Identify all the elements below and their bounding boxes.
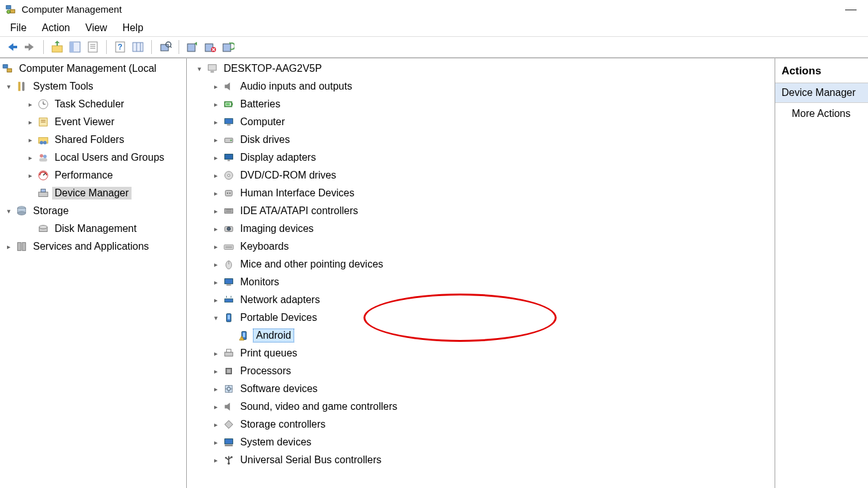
device-category[interactable]: ▸Storage controllers (187, 416, 775, 433)
toolbar-separator (106, 40, 107, 54)
twisty-right-icon[interactable]: ▸ (210, 100, 222, 109)
device-category[interactable]: ▸Processors (187, 362, 775, 380)
actions-pane: Actions Device Manager More Actions (775, 58, 868, 488)
device-category[interactable]: ▸Human Interface Devices (187, 184, 775, 202)
twisty-down-icon[interactable]: ▾ (3, 207, 15, 215)
system-tools-icon (15, 80, 28, 93)
twisty-right-icon[interactable]: ▸ (210, 367, 222, 376)
twisty-right-icon[interactable]: ▸ (210, 243, 222, 251)
twisty-right-icon[interactable]: ▸ (24, 118, 37, 126)
device-category[interactable]: ▸Monitors (187, 273, 775, 291)
twisty-right-icon[interactable]: ▸ (210, 261, 222, 269)
back-button[interactable] (4, 39, 20, 55)
twisty-down-icon[interactable]: ▾ (210, 314, 222, 322)
tree-task-scheduler[interactable]: ▸ Task Scheduler (0, 95, 186, 113)
menu-action[interactable]: Action (36, 21, 76, 35)
tree-event-viewer[interactable]: ▸ Event Viewer (0, 113, 186, 131)
twisty-right-icon[interactable]: ▸ (210, 421, 222, 429)
device-tree[interactable]: ▾ DESKTOP-AAG2V5P ▸Audio inputs and outp… (187, 58, 775, 488)
update-driver-button[interactable] (184, 39, 201, 55)
twisty-right-icon[interactable]: ▸ (210, 456, 222, 464)
console-tree[interactable]: Computer Management (Local ▾ System Tool… (0, 58, 187, 488)
device-category[interactable]: ▸Batteries (187, 95, 775, 113)
forward-button[interactable] (22, 39, 38, 55)
menu-file[interactable]: File (4, 21, 33, 35)
twisty-right-icon[interactable]: ▸ (210, 438, 222, 447)
tree-device-manager[interactable]: Device Manager (0, 184, 186, 202)
device-category[interactable]: ▾Portable Devices (187, 309, 775, 327)
twisty-right-icon[interactable]: ▸ (210, 189, 222, 198)
tree-performance[interactable]: ▸ Performance (0, 166, 186, 184)
device-category[interactable]: ▸Computer (187, 113, 775, 131)
tree-system-tools[interactable]: ▾ System Tools (0, 78, 186, 95)
twisty-right-icon[interactable]: ▸ (3, 243, 15, 251)
tree-label: Event Viewer (52, 116, 117, 128)
twisty-right-icon[interactable]: ▸ (24, 136, 37, 144)
device-category[interactable]: ▸Keyboards (187, 238, 775, 255)
device-category[interactable]: ▸Audio inputs and outputs (187, 78, 775, 95)
tree-services-apps[interactable]: ▸ Services and Applications (0, 238, 186, 255)
twisty-right-icon[interactable]: ▸ (210, 225, 222, 233)
svg-rect-74 (224, 245, 233, 249)
view-columns-button[interactable] (130, 39, 146, 55)
device-category[interactable]: ▸Disk drives (187, 131, 775, 149)
tree-local-users[interactable]: ▸ Local Users and Groups (0, 149, 186, 166)
tree-label: Task Scheduler (52, 98, 126, 111)
tree-shared-folders[interactable]: ▸ Shared Folders (0, 131, 186, 149)
device-category[interactable]: ▸Software devices (187, 380, 775, 398)
device-category[interactable]: ▸Display adapters (187, 149, 775, 166)
twisty-right-icon[interactable]: ▸ (210, 83, 222, 91)
device-category[interactable]: ▸Mice and other pointing devices (187, 255, 775, 273)
twisty-down-icon[interactable]: ▾ (3, 83, 15, 91)
device-category[interactable]: ▸Imaging devices (187, 220, 775, 238)
device-root[interactable]: ▾ DESKTOP-AAG2V5P (187, 60, 775, 78)
twisty-blank (24, 189, 37, 197)
tree-root[interactable]: Computer Management (Local (0, 60, 186, 78)
device-category[interactable]: ▸IDE ATA/ATAPI controllers (187, 202, 775, 220)
twisty-right-icon[interactable]: ▸ (210, 172, 222, 180)
menu-help[interactable]: Help (116, 21, 150, 35)
device-item[interactable]: !Android (187, 327, 775, 344)
svg-rect-51 (18, 243, 21, 251)
svg-text:?: ? (118, 43, 122, 51)
twisty-right-icon[interactable]: ▸ (24, 100, 37, 109)
twisty-right-icon[interactable]: ▸ (210, 278, 222, 287)
svg-rect-57 (226, 103, 230, 105)
twisty-right-icon[interactable]: ▸ (210, 154, 222, 162)
properties-button[interactable] (85, 39, 101, 55)
twisty-right-icon[interactable]: ▸ (210, 385, 222, 393)
show-hide-console-button[interactable] (67, 39, 83, 55)
tree-storage[interactable]: ▾ Storage (0, 202, 186, 220)
tree-disk-management[interactable]: Disk Management (0, 220, 186, 238)
device-category[interactable]: ▸System devices (187, 433, 775, 451)
device-category[interactable]: ▸Print queues (187, 344, 775, 362)
toolbar-separator (179, 40, 179, 54)
twisty-down-icon[interactable]: ▾ (193, 65, 206, 73)
twisty-right-icon[interactable]: ▸ (210, 296, 222, 304)
actions-more[interactable]: More Actions (775, 103, 868, 125)
device-category[interactable]: ▸Universal Serial Bus controllers (187, 451, 775, 469)
twisty-right-icon[interactable]: ▸ (24, 154, 37, 162)
device-category[interactable]: ▸Sound, video and game controllers (187, 398, 775, 416)
actions-selected-node[interactable]: Device Manager (775, 83, 868, 103)
device-category-label: Batteries (238, 98, 283, 111)
twisty-right-icon[interactable]: ▸ (24, 172, 37, 180)
twisty-right-icon[interactable]: ▸ (210, 403, 222, 411)
help-button[interactable]: ? (112, 39, 128, 55)
device-category-label: Universal Serial Bus controllers (238, 454, 384, 466)
device-category[interactable]: ▸Network adapters (187, 291, 775, 309)
svg-rect-59 (227, 125, 230, 126)
twisty-right-icon[interactable]: ▸ (210, 207, 222, 215)
device-category-label: Network adapters (238, 294, 322, 306)
uninstall-device-button[interactable] (202, 39, 219, 55)
twisty-right-icon[interactable]: ▸ (210, 118, 222, 126)
svg-rect-87 (243, 333, 245, 337)
up-button[interactable] (49, 39, 65, 55)
menu-view[interactable]: View (79, 21, 113, 35)
scan-changes-button[interactable] (220, 39, 236, 55)
twisty-right-icon[interactable]: ▸ (210, 136, 222, 144)
scan-hardware-button[interactable] (157, 39, 173, 55)
device-category[interactable]: ▸DVD/CD-ROM drives (187, 166, 775, 184)
twisty-right-icon[interactable]: ▸ (210, 349, 222, 358)
minimize-button[interactable]: — (839, 3, 863, 16)
